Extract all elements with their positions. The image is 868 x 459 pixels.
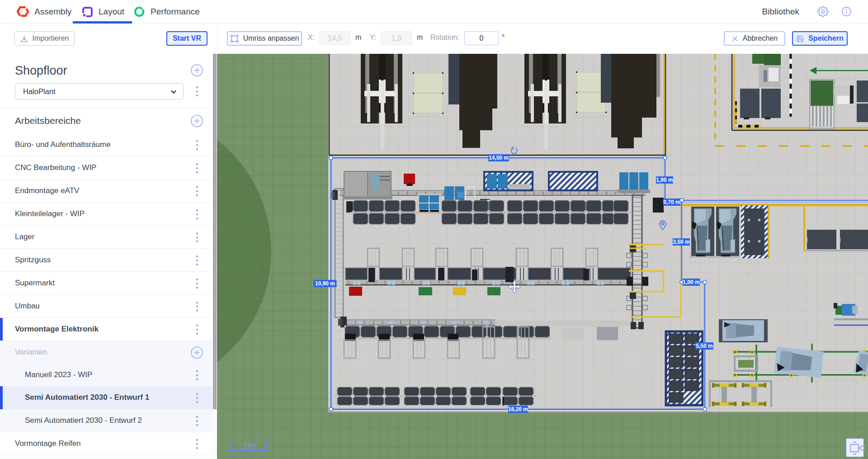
svg-text:3,50 m: 3,50 m xyxy=(673,239,689,245)
svg-text:1,00 m: 1,00 m xyxy=(683,279,699,285)
svg-text:0,70 m: 0,70 m xyxy=(663,199,680,205)
svg-text:14,50 m: 14,50 m xyxy=(489,155,509,161)
svg-text:1m: 1m xyxy=(242,440,255,451)
svg-text:1,90 m: 1,90 m xyxy=(656,177,673,183)
svg-text:16,20 m: 16,20 m xyxy=(508,406,528,412)
svg-text:5,50 m: 5,50 m xyxy=(696,343,712,349)
svg-text:10,90 m: 10,90 m xyxy=(315,280,335,287)
